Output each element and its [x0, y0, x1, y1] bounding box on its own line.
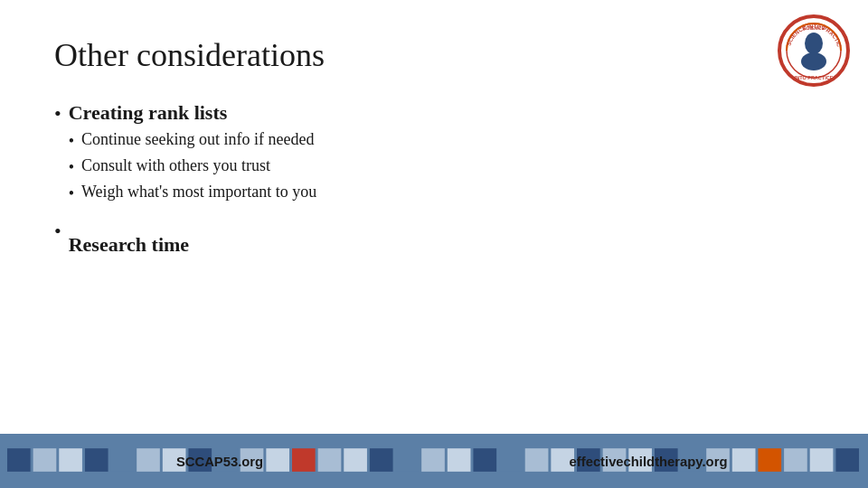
svg-rect-38 — [810, 448, 834, 472]
svg-rect-23 — [421, 448, 445, 472]
footer: SCCAP53.org effectivechildtherapy.org — [0, 434, 868, 488]
svg-rect-12 — [137, 448, 160, 472]
svg-rect-26 — [499, 448, 523, 472]
svg-rect-25 — [473, 448, 496, 472]
sub-list-1: Continue seeking out info if needed Cons… — [69, 130, 317, 206]
svg-text:SCIENCE: SCIENCE — [803, 25, 826, 31]
svg-point-2 — [805, 33, 823, 54]
svg-rect-10 — [85, 448, 108, 472]
svg-rect-9 — [59, 448, 82, 472]
svg-rect-17 — [266, 448, 289, 472]
svg-rect-21 — [370, 448, 393, 472]
svg-rect-19 — [318, 448, 342, 472]
svg-rect-8 — [33, 448, 57, 472]
footer-right-text: effectivechildtherapy.org — [570, 455, 728, 469]
sub-item-1-3: Weigh what's most important to you — [69, 183, 317, 205]
sub-item-1-2: Consult with others you trust — [69, 156, 317, 179]
sub-item-1-1: Continue seeking out info if needed — [69, 130, 317, 153]
svg-rect-7 — [7, 448, 31, 472]
svg-rect-18 — [292, 448, 316, 472]
svg-rect-11 — [111, 448, 135, 472]
bullet-item-1: Creating rank lists Continue seeking out… — [54, 101, 814, 210]
bullet-item-2: Research time — [54, 219, 814, 257]
svg-rect-36 — [758, 448, 781, 472]
svg-rect-24 — [448, 448, 471, 472]
svg-rect-35 — [732, 448, 756, 472]
logo: SCIENCE INTO PRACTICE INTO PRACTICE SCIE… — [778, 14, 850, 87]
slide-title: Other considerations — [54, 36, 814, 74]
svg-point-3 — [801, 52, 826, 70]
footer-squares: SCCAP53.org effectivechildtherapy.org — [0, 434, 868, 488]
svg-rect-27 — [525, 448, 549, 472]
svg-rect-20 — [344, 448, 367, 472]
slide: SCIENCE INTO PRACTICE INTO PRACTICE SCIE… — [0, 0, 868, 488]
svg-text:INTO PRACTICE: INTO PRACTICE — [795, 75, 834, 80]
content-area: SCIENCE INTO PRACTICE INTO PRACTICE SCIE… — [0, 0, 868, 434]
bullet-1-text: Creating rank lists — [69, 101, 228, 124]
main-bullet-list: Creating rank lists Continue seeking out… — [54, 101, 814, 257]
footer-left-text: SCCAP53.org — [176, 455, 263, 469]
footer-squares-svg: SCCAP53.org effectivechildtherapy.org — [5, 441, 863, 481]
bullet-2-text: Research time — [69, 233, 189, 257]
svg-rect-22 — [396, 448, 420, 472]
svg-rect-39 — [835, 448, 859, 472]
svg-rect-37 — [784, 448, 807, 472]
